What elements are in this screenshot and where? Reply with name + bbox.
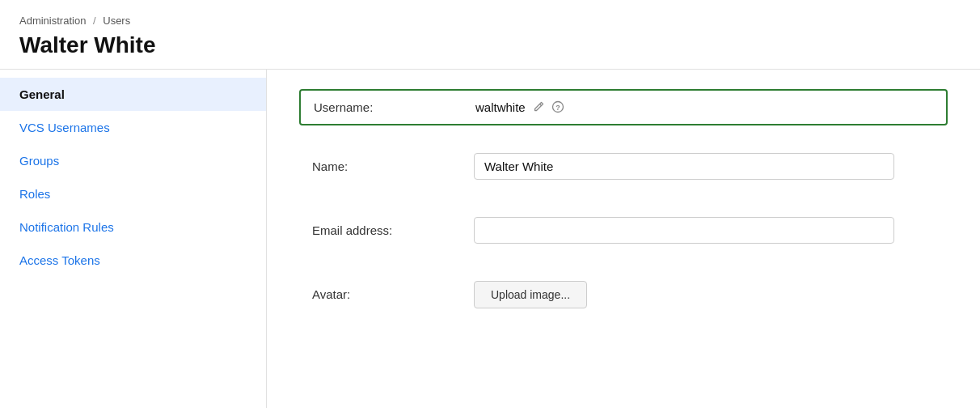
sidebar-item-access-tokens[interactable]: Access Tokens: [0, 244, 266, 277]
name-input[interactable]: [474, 153, 894, 180]
sidebar-item-notification-rules[interactable]: Notification Rules: [0, 210, 266, 244]
breadcrumb-admin: Administration: [19, 15, 86, 27]
avatar-label: Avatar:: [312, 287, 474, 301]
svg-text:?: ?: [555, 104, 560, 112]
help-icon[interactable]: ?: [551, 100, 564, 113]
content-area: General VCS Usernames Groups Roles Notif…: [0, 70, 980, 408]
breadcrumb-users: Users: [103, 15, 130, 27]
breadcrumb: Administration / Users: [19, 15, 961, 27]
username-text: waltwhite: [475, 100, 526, 114]
name-label: Name:: [312, 159, 474, 173]
sidebar-item-vcs-usernames[interactable]: VCS Usernames: [0, 111, 266, 144]
email-input[interactable]: [474, 217, 894, 244]
email-row: Email address:: [299, 207, 948, 253]
header: Administration / Users Walter White: [0, 0, 980, 70]
name-row: Name:: [299, 143, 948, 189]
sidebar-item-general[interactable]: General: [0, 78, 266, 111]
edit-icon[interactable]: [532, 100, 545, 113]
avatar-row: Avatar: Upload image...: [299, 271, 948, 318]
sidebar-item-groups[interactable]: Groups: [0, 144, 266, 177]
upload-image-button[interactable]: Upload image...: [474, 281, 587, 308]
email-label: Email address:: [312, 223, 474, 237]
main-content: Username: waltwhite ?: [267, 70, 980, 408]
sidebar: General VCS Usernames Groups Roles Notif…: [0, 70, 267, 408]
breadcrumb-separator: /: [93, 15, 96, 27]
page-title: Walter White: [19, 32, 961, 59]
page-wrapper: Administration / Users Walter White Gene…: [0, 0, 980, 408]
email-value: [474, 217, 935, 244]
avatar-value: Upload image...: [474, 281, 935, 308]
name-value: [474, 153, 935, 180]
username-label: Username:: [314, 100, 475, 114]
username-row: Username: waltwhite ?: [299, 89, 948, 125]
sidebar-item-roles[interactable]: Roles: [0, 177, 266, 210]
username-value: waltwhite ?: [475, 100, 933, 114]
